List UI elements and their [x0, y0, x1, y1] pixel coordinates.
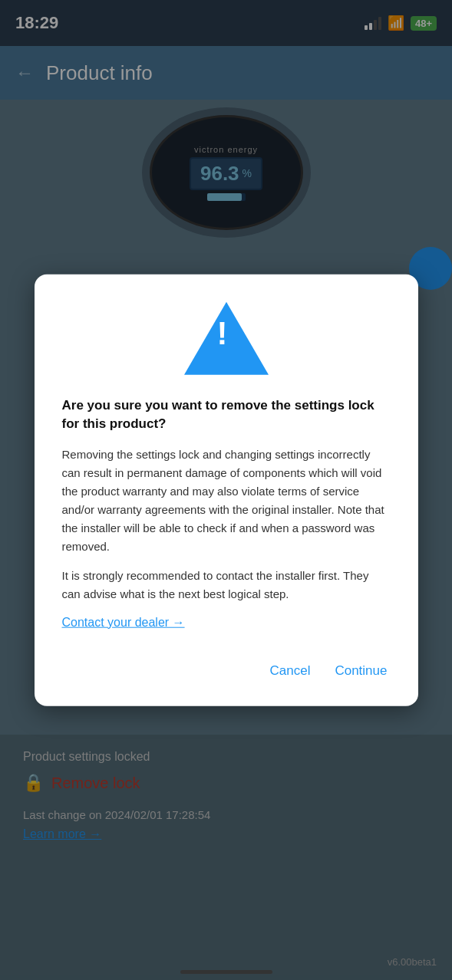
warning-icon	[184, 302, 269, 375]
dialog-body-1: Removing the settings lock and changing …	[62, 445, 391, 555]
dealer-link[interactable]: Contact your dealer →	[62, 615, 185, 629]
continue-button[interactable]: Continue	[332, 656, 390, 684]
dialog-title: Are you sure you want to remove the sett…	[62, 396, 391, 433]
confirmation-dialog: Are you sure you want to remove the sett…	[35, 275, 418, 706]
dialog-actions: Cancel Continue	[62, 650, 391, 684]
dialog-icon-area	[62, 302, 391, 375]
cancel-button[interactable]: Cancel	[267, 656, 314, 684]
home-indicator	[180, 970, 272, 974]
dialog-body-2: It is strongly recommended to contact th…	[62, 566, 391, 603]
